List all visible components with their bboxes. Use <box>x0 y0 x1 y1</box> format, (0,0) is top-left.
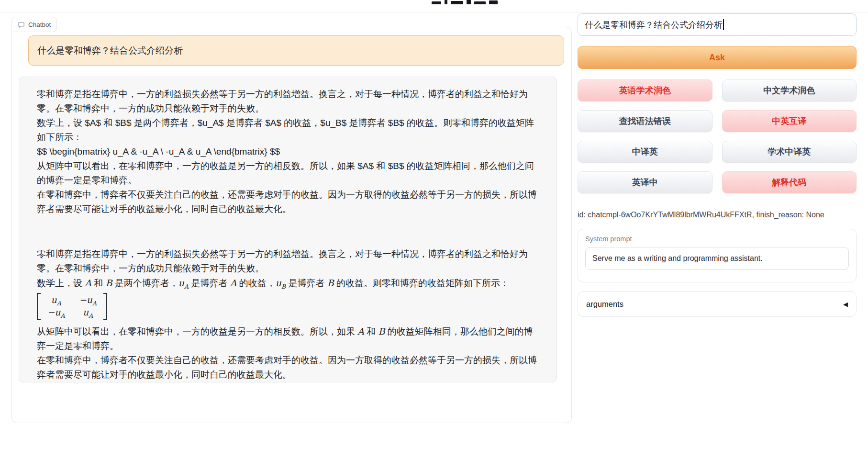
user-message-text: 什么是零和博弈？结合公式介绍分析 <box>37 45 183 57</box>
bot-rendered-paragraph: 零和博弈是指在博弈中，一方的利益损失必然等于另一方的利益增益。换言之，对于每一种… <box>37 247 541 276</box>
text-caret <box>723 19 724 30</box>
system-prompt-value: Serve me as a writing and programming as… <box>592 254 763 263</box>
system-prompt-label: System prompt <box>585 235 849 243</box>
bot-rendered-paragraph: 从矩阵中可以看出，在零和博弈中，一方的收益是另一方的相反数。所以，如果 A 和 … <box>37 324 541 353</box>
bot-raw-paragraph: 在零和博弈中，博弈者不仅要关注自己的收益，还需要考虑对手的收益。因为一方取得的收… <box>37 188 541 216</box>
system-prompt-card: System prompt Serve me as a writing and … <box>578 229 857 282</box>
action-zh-to-en[interactable]: 中译英 <box>578 141 712 163</box>
action-en-to-zh[interactable]: 英译中 <box>578 171 712 193</box>
system-prompt-input[interactable]: Serve me as a writing and programming as… <box>585 247 849 270</box>
chatbot-panel: Chatbot 什么是零和博弈？结合公式介绍分析 零和博弈是指在博弈中，一方的利… <box>11 27 572 423</box>
question-input[interactable]: 什么是零和博弈？结合公式介绍分析 <box>578 13 857 36</box>
matrix-left-bracket <box>37 293 41 320</box>
chatbot-label-tab: Chatbot <box>11 17 57 32</box>
bot-raw-paragraph: 从矩阵中可以看出，在零和博弈中，一方的收益是另一方的相反数。所以，如果 $A$ … <box>37 159 541 188</box>
top-divider <box>0 12 868 12</box>
arguments-accordion[interactable]: arguments ◀ <box>578 291 857 317</box>
question-input-value: 什么是零和博弈？结合公式介绍分析 <box>585 19 723 31</box>
action-button-grid: 英语学术润色 中文学术润色 查找语法错误 中英互译 中译英 学术中译英 英译中 … <box>578 79 857 193</box>
bot-raw-part: 零和博弈是指在博弈中，一方的利益损失必然等于另一方的利益增益。换言之，对于每一种… <box>37 87 541 216</box>
clipped-page-title <box>432 0 498 5</box>
bot-rendered-paragraph: 在零和博弈中，博弈者不仅要关注自己的收益，还需要考虑对手的收益。因为一方取得的收… <box>37 353 541 382</box>
matrix-right-bracket <box>103 293 107 320</box>
accordion-title: arguments <box>586 300 623 309</box>
action-zh-en-mutual-translate[interactable]: 中英互译 <box>722 110 857 132</box>
action-english-academic-polish[interactable]: 英语学术润色 <box>578 79 712 101</box>
user-message-bubble: 什么是零和博弈？结合公式介绍分析 <box>28 35 564 66</box>
formula-raw: $$ \begin{bmatrix} u_A & -u_A \ -u_A & u… <box>37 145 541 159</box>
action-find-grammar-errors[interactable]: 查找语法错误 <box>578 110 712 132</box>
id-status-line: id: chatcmpl-6wOo7KrYTwMl89lbrMWRu4UkFFX… <box>578 211 857 219</box>
matrix-cells: uA−uA−uAuA <box>41 293 103 320</box>
chat-bubble-icon <box>18 21 25 28</box>
bot-raw-paragraph: 数学上，设 $A$ 和 $B$ 是两个博弈者，$u_A$ 是博弈者 $A$ 的收… <box>37 116 541 145</box>
ask-button[interactable]: Ask <box>578 46 857 69</box>
control-column: 什么是零和博弈？结合公式介绍分析 Ask 英语学术润色 中文学术润色 查找语法错… <box>578 13 857 317</box>
bot-rendered-part: 零和博弈是指在博弈中，一方的利益损失必然等于另一方的利益增益。换言之，对于每一种… <box>37 247 541 382</box>
bot-raw-paragraph: 零和博弈是指在博弈中，一方的利益损失必然等于另一方的利益增益。换言之，对于每一种… <box>37 87 541 116</box>
action-explain-code[interactable]: 解释代码 <box>722 171 857 193</box>
action-academic-zh-to-en[interactable]: 学术中译英 <box>722 141 857 163</box>
math-matrix: uA−uA−uAuA <box>37 293 107 320</box>
chatbot-label: Chatbot <box>28 21 51 28</box>
bot-rendered-math-intro: 数学上，设 A 和 B 是两个博弈者，uA 是博弈者 A 的收益，uB 是博弈者… <box>37 276 541 291</box>
collapse-triangle-icon: ◀ <box>843 301 848 308</box>
bot-message-bubble: 零和博弈是指在博弈中，一方的利益损失必然等于另一方的利益增益。换言之，对于每一种… <box>19 77 557 382</box>
action-chinese-academic-polish[interactable]: 中文学术润色 <box>722 79 857 101</box>
